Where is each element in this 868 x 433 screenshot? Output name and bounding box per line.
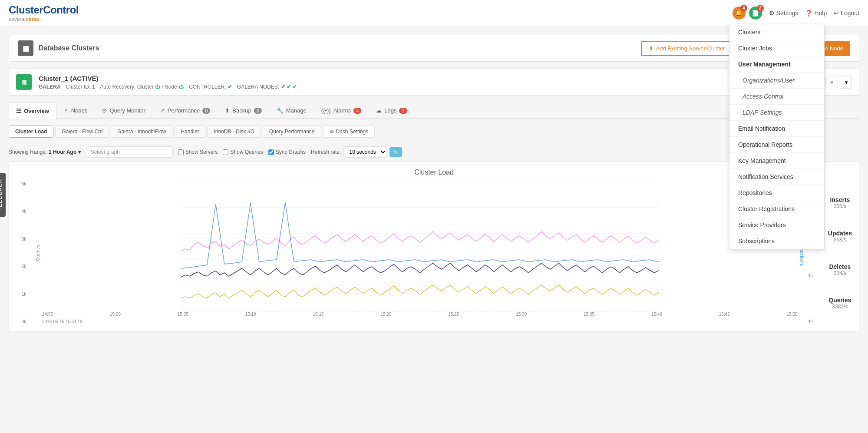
stat-updates: Updates 668/s — [828, 230, 852, 243]
show-queries-checkbox[interactable]: Show Queries — [223, 149, 263, 155]
chart-tab-galera-flow[interactable]: Galera - Flow Ctrl — [55, 126, 109, 138]
cluster-dropdown-arrow[interactable]: ▾ — [842, 76, 852, 89]
dropdown-clusters[interactable]: Clusters — [729, 24, 824, 40]
help-link[interactable]: ❓ Help — [805, 10, 827, 17]
feedback-tab[interactable]: FEEDBACK — [0, 173, 6, 217]
show-servers-checkbox[interactable]: Show Servers — [178, 149, 218, 155]
node3-check-icon: ✔ — [292, 84, 297, 90]
range-value[interactable]: 1 Hour Ago ▾ — [49, 149, 81, 155]
cluster-action-button[interactable]: ≡ — [825, 76, 838, 88]
chart-tab-cluster-load[interactable]: Cluster Load — [9, 126, 53, 138]
cluster-icon: ▦ — [16, 74, 32, 90]
chart-tab-query-performance[interactable]: Query Performance — [263, 126, 321, 138]
tab-logs[interactable]: ☁ Logs 7 — [369, 102, 414, 118]
chart-title: Cluster Load — [16, 169, 852, 176]
dropdown-operational-reports[interactable]: Operational Reports — [729, 137, 824, 153]
stat-deletes: Deletes 334/s — [828, 263, 852, 276]
dropdown-ldap-settings[interactable]: LDAP Settings — [729, 105, 824, 121]
y-axis-left-container: 5k 4k 3k 2k 1k 0k — [16, 182, 33, 324]
show-queries-input[interactable] — [223, 149, 228, 155]
cluster-actions: ≡ ▾ — [825, 76, 852, 89]
queries-stat-label: Queries — [828, 297, 852, 304]
chart-with-axes: 5k 4k 3k 2k 1k 0k Queries — [16, 182, 852, 324]
connections-line — [181, 263, 659, 277]
chart-tab-galera-innodb[interactable]: Galera - Innodb/Flow — [111, 126, 172, 138]
backup-badge: 0 — [254, 108, 262, 114]
chart-tab-innodb-disk[interactable]: InnoDB - Disk I/O — [207, 126, 261, 138]
logo-sub: severalnines — [9, 16, 79, 22]
tab-query-monitor[interactable]: ⊙ Query Monitor — [95, 102, 152, 118]
y-label-left: Queries — [33, 182, 42, 324]
chart-tab-handler[interactable]: Handler — [174, 126, 205, 138]
inserts-value: 335/s — [828, 203, 852, 209]
tab-alarms[interactable]: ((•)) Alarms 4 — [314, 102, 369, 118]
bell-notification[interactable]: 🔔 4 — [733, 7, 746, 20]
db-cluster-title: ▦ Database Clusters — [18, 40, 99, 56]
bell-count: 4 — [740, 5, 747, 12]
tab-nodes[interactable]: ⚬ Nodes — [56, 102, 95, 118]
galera-nodes-status: GALERA NODES: ✔ ✔ ✔ — [237, 84, 297, 90]
queries-line — [181, 231, 659, 251]
dropdown-user-management[interactable]: User Management — [729, 56, 824, 73]
list-icon: ☰ — [16, 108, 21, 114]
deletes-value: 334/s — [828, 270, 852, 276]
performance-badge: 0 — [202, 108, 210, 114]
nodes-icon: ⚬ — [64, 107, 69, 114]
show-queries-label: Show Queries — [230, 149, 263, 155]
chart-icon: ↗ — [160, 107, 165, 114]
tab-backup[interactable]: ⬆ Backup 0 — [218, 102, 269, 118]
stat-queries: Queries 3382/s — [828, 297, 852, 310]
dropdown-subscriptions[interactable]: Subscriptions — [729, 233, 824, 249]
dropdown-service-providers[interactable]: Service Providers — [729, 217, 824, 233]
show-servers-input[interactable] — [178, 149, 184, 155]
doc-notification[interactable]: 📄 2 — [749, 7, 762, 20]
settings-link[interactable]: ⚙ Settings — [769, 10, 799, 17]
chart-svg — [42, 182, 798, 312]
y-axis-left-values: 5k 4k 3k 2k 1k 0k — [22, 182, 28, 324]
logout-link[interactable]: ↩ Logout — [834, 10, 859, 17]
updates-value: 668/s — [828, 237, 852, 243]
yellow-line — [181, 285, 659, 298]
wrench-icon: 🔧 — [277, 107, 284, 114]
dropdown-notification-services[interactable]: Notification Services — [729, 169, 824, 185]
dropdown-repositories[interactable]: Repositories — [729, 185, 824, 201]
dash-settings-button[interactable]: ⚙ Dash Settings — [323, 126, 375, 138]
refresh-button[interactable]: R — [389, 147, 402, 157]
cluster-meta: GALERA Cluster ID: 1 Auto Recovery: Clus… — [39, 84, 818, 90]
header: ClusterControl severalnines 🔔 4 📄 2 ⚙ Se… — [0, 0, 868, 26]
refresh-rate-select[interactable]: 10 seconds 30 seconds 1 minute — [343, 146, 387, 158]
tab-manage[interactable]: 🔧 Manage — [269, 102, 314, 118]
dropdown-email-notification[interactable]: Email Notification — [729, 121, 824, 137]
add-server-button[interactable]: ⬆ Add Existing Server/Cluster — [641, 41, 733, 56]
queries-label: Queries — [35, 245, 40, 261]
gear-small-icon: ⚙ — [330, 129, 334, 135]
notification-area: 🔔 4 📄 2 — [733, 7, 762, 20]
controller-status: CONTROLLER: ✔ — [189, 84, 232, 90]
node2-check-icon: ✔ — [287, 84, 291, 90]
chart-svg-wrapper: 14:55 15:00 15:05 15:10 15:15 15:20 15:2… — [42, 182, 798, 324]
cluster-type: GALERA — [39, 84, 61, 90]
power-cluster-icon: ⏻ — [155, 84, 160, 90]
refresh-rate-control: Refresh rate: 10 seconds 30 seconds 1 mi… — [311, 146, 402, 158]
alarms-badge: 4 — [353, 108, 361, 114]
dropdown-cluster-jobs[interactable]: Cluster Jobs — [729, 40, 824, 56]
dropdown-access-control[interactable]: Access Control — [729, 89, 824, 105]
tab-performance[interactable]: ↗ Performance 0 — [153, 102, 218, 118]
cluster-id: Cluster ID: 1 — [66, 84, 95, 90]
stats-sidebar: Inserts 335/s Updates 668/s Deletes 334/… — [828, 182, 852, 324]
sync-graphs-input[interactable] — [268, 149, 274, 155]
sync-graphs-checkbox[interactable]: Sync Graphs — [268, 149, 306, 155]
dropdown-organizations-user[interactable]: Organizations/User — [729, 73, 824, 89]
tab-overview[interactable]: ☰ Overview — [9, 102, 56, 119]
dropdown-key-management[interactable]: Key Management — [729, 153, 824, 169]
showing-range-label: Showing Range: — [9, 149, 47, 155]
logs-badge: 7 — [399, 108, 407, 114]
refresh-rate-label: Refresh rate: — [311, 149, 341, 155]
updates-label: Updates — [828, 230, 852, 237]
auto-recovery: Auto Recovery: Cluster ⏻ / Node ⏻ — [100, 84, 184, 90]
dropdown-cluster-registrations[interactable]: Cluster Registrations — [729, 201, 824, 217]
upload-icon: ⬆ — [649, 45, 653, 52]
range-selector: Showing Range: 1 Hour Ago ▾ — [9, 149, 81, 155]
select-graph-dropdown[interactable]: Select graph — [86, 146, 173, 158]
spikes-line — [181, 202, 659, 268]
